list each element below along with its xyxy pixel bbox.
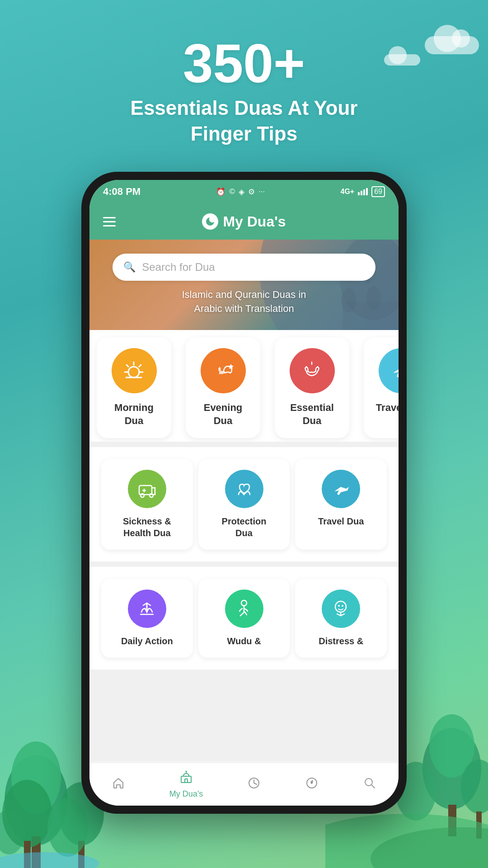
travel-grid-label: Travel Dua bbox=[318, 515, 364, 527]
grid-card-protection[interactable]: ProtectionDua bbox=[198, 459, 290, 550]
protection-label: ProtectionDua bbox=[222, 515, 267, 539]
nav-clock[interactable] bbox=[247, 776, 261, 793]
svg-point-5 bbox=[0, 809, 25, 854]
grid-card-sickness[interactable]: Sickness &Health Dua bbox=[101, 459, 193, 550]
app-header: My Dua's bbox=[89, 203, 399, 240]
bottom-nav: My Dua's bbox=[89, 763, 399, 806]
grid-row-2: Daily Action bbox=[97, 574, 391, 662]
svg-rect-19 bbox=[361, 191, 362, 195]
svg-rect-8 bbox=[448, 805, 456, 836]
travel-icon bbox=[322, 470, 360, 508]
morning-dua-label: MorningDua bbox=[114, 401, 154, 427]
featured-row: MorningDua EveningDua bbox=[97, 337, 391, 438]
alarm-icon: ⏰ bbox=[216, 187, 225, 197]
svg-point-49 bbox=[186, 771, 187, 772]
app-title: My Dua's bbox=[223, 213, 286, 230]
status-right-icons: 4G+ 69 bbox=[341, 186, 385, 197]
location-icon: ◈ bbox=[239, 187, 244, 197]
svg-line-32 bbox=[127, 365, 128, 367]
svg-point-44 bbox=[338, 605, 340, 607]
nav-compass[interactable] bbox=[305, 776, 319, 793]
main-content[interactable]: MorningDua EveningDua bbox=[89, 330, 399, 761]
hands-water-icon bbox=[300, 359, 324, 383]
app-logo bbox=[202, 213, 218, 230]
featured-section: MorningDua EveningDua bbox=[89, 330, 399, 442]
distress-label: Distress & bbox=[319, 635, 363, 647]
signal-icon bbox=[357, 188, 369, 196]
hands-raised-icon bbox=[137, 599, 157, 619]
nav-myduas[interactable]: My Dua's bbox=[169, 770, 203, 799]
featured-card-morning[interactable]: MorningDua bbox=[97, 337, 171, 438]
phone-screen: 4:08 PM ⏰ © ◈ ⚙ ··· 4G+ 69 bbox=[89, 180, 399, 806]
wudu-icon bbox=[225, 590, 263, 628]
clock-svg-icon bbox=[247, 776, 261, 790]
phone-outer-shell: 4:08 PM ⏰ © ◈ ⚙ ··· 4G+ 69 bbox=[81, 172, 407, 814]
more-icon: ··· bbox=[258, 187, 265, 196]
svg-point-14 bbox=[2, 780, 52, 848]
home-icon bbox=[112, 776, 125, 793]
svg-line-30 bbox=[139, 365, 141, 367]
headline-number: 350+ bbox=[0, 36, 488, 90]
travel-dua-label-featured: Travel Dua bbox=[376, 401, 399, 415]
sickness-icon bbox=[128, 470, 166, 508]
search-bar[interactable]: 🔍 Search for Dua bbox=[113, 254, 375, 281]
svg-rect-10 bbox=[476, 811, 482, 839]
hands-heart-icon bbox=[234, 479, 254, 499]
nav-home[interactable] bbox=[112, 776, 125, 793]
evening-dua-label: EveningDua bbox=[204, 401, 243, 427]
network-type: 4G+ bbox=[341, 188, 355, 196]
svg-rect-4 bbox=[78, 841, 84, 868]
battery-icon: 69 bbox=[371, 186, 385, 197]
compass-svg-icon bbox=[305, 776, 319, 790]
app-title-container: My Dua's bbox=[202, 213, 286, 230]
settings-icon: ⚙ bbox=[248, 187, 255, 197]
headline-subtitle: Essentials Duas At Your Finger Tips bbox=[0, 95, 488, 146]
svg-rect-21 bbox=[366, 188, 368, 195]
compass-icon bbox=[305, 776, 319, 793]
status-bar: 4:08 PM ⏰ © ◈ ⚙ ··· 4G+ 69 bbox=[89, 180, 399, 203]
svg-point-7 bbox=[429, 714, 474, 778]
plane-icon bbox=[389, 359, 399, 383]
svg-point-13 bbox=[371, 827, 488, 868]
grid-card-wudu[interactable]: Wudu & bbox=[198, 579, 290, 658]
nav-search[interactable] bbox=[363, 776, 376, 793]
sickness-label: Sickness &Health Dua bbox=[123, 515, 171, 539]
person-sitting-icon bbox=[234, 599, 254, 619]
svg-line-56 bbox=[371, 785, 375, 788]
moon-cloud-icon bbox=[211, 359, 235, 383]
svg-rect-15 bbox=[24, 841, 31, 868]
svg-point-6 bbox=[422, 728, 481, 809]
search-icon: 🔍 bbox=[123, 261, 136, 273]
daily-action-label: Daily Action bbox=[121, 635, 173, 647]
mosque-svg-icon bbox=[179, 770, 193, 783]
distress-icon bbox=[322, 590, 360, 628]
grid-card-distress[interactable]: Distress & bbox=[295, 579, 387, 658]
hero-banner: 🔍 Search for Dua Islamic and Quranic Dua… bbox=[89, 240, 399, 330]
essential-dua-icon bbox=[290, 348, 335, 393]
grid-row-1: Sickness &Health Dua ProtectionDua bbox=[97, 454, 391, 554]
search-nav-icon bbox=[363, 776, 376, 793]
featured-card-evening[interactable]: EveningDua bbox=[186, 337, 260, 438]
protection-icon bbox=[225, 470, 263, 508]
svg-point-28 bbox=[128, 367, 139, 377]
featured-card-travel[interactable]: Travel Dua bbox=[364, 337, 399, 438]
status-icons: ⏰ © ◈ ⚙ ··· bbox=[216, 187, 265, 197]
svg-point-1 bbox=[11, 741, 61, 814]
svg-rect-18 bbox=[358, 192, 360, 195]
daily-action-icon bbox=[128, 590, 166, 628]
wudu-label: Wudu & bbox=[227, 635, 261, 647]
svg-point-17 bbox=[0, 852, 99, 868]
phone-mockup: 4:08 PM ⏰ © ◈ ⚙ ··· 4G+ 69 bbox=[81, 172, 407, 796]
svg-point-42 bbox=[241, 600, 247, 606]
grid-section-2: Daily Action bbox=[89, 567, 399, 670]
hamburger-menu[interactable] bbox=[103, 217, 116, 226]
travel-dua-icon-featured bbox=[379, 348, 399, 393]
grid-card-daily[interactable]: Daily Action bbox=[101, 579, 193, 658]
featured-card-essential[interactable]: EssentialDua bbox=[275, 337, 349, 438]
grid-card-travel[interactable]: Travel Dua bbox=[295, 459, 387, 550]
nav-myduas-label: My Dua's bbox=[169, 789, 203, 799]
clock-icon bbox=[247, 776, 261, 793]
header-section: 350+ Essentials Duas At Your Finger Tips bbox=[0, 36, 488, 146]
svg-rect-2 bbox=[32, 836, 41, 868]
svg-rect-47 bbox=[185, 779, 188, 783]
